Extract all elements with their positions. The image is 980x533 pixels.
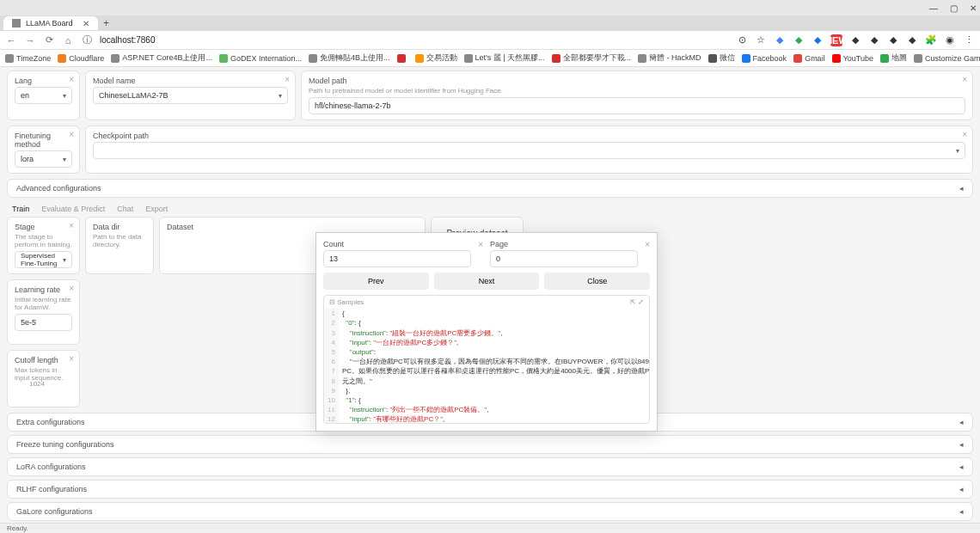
url-input[interactable]: localhost:7860	[100, 35, 729, 45]
ext-icon[interactable]: ◆	[906, 34, 918, 46]
page-label: Page	[490, 240, 638, 248]
data-dir-hint: Path to the data directory.	[93, 233, 146, 248]
bookmark[interactable]	[397, 54, 408, 63]
ext-icon[interactable]: ◆	[793, 34, 805, 46]
back-icon[interactable]: ←	[5, 34, 17, 46]
bookmark[interactable]: 簡體 - HackMD	[638, 52, 701, 64]
favicon	[12, 19, 21, 28]
bookmark[interactable]: 交易活動	[415, 52, 457, 64]
cutoff-card: × Cutoff length Max tokens in input sequ…	[7, 350, 80, 407]
finetune-card: × Finetuning method lora▾	[7, 126, 80, 174]
model-name-card: × Model name ChineseLLaMA2-7B▾	[85, 70, 296, 120]
collapse-icon[interactable]: ×	[69, 284, 74, 293]
stage-select[interactable]: Supervised Fine-Tuning▾	[15, 251, 72, 268]
bookmark[interactable]: 微信	[708, 52, 735, 64]
reload-icon[interactable]: ⟳	[43, 34, 55, 46]
collapse-icon[interactable]: ×	[69, 221, 74, 230]
json-code[interactable]: { "0": { "instruction": "組裝一台好的遊戲PC需要多少錢…	[339, 309, 650, 424]
collapse-icon[interactable]: ×	[285, 75, 290, 84]
address-bar: ← → ⟳ ⌂ ⓘ localhost:7860 ⊙ ☆ ◆ ◆ ◆ NEW ◆…	[0, 31, 980, 50]
menu-icon[interactable]: ⋮	[963, 34, 975, 46]
tab-chat[interactable]: Chat	[117, 205, 133, 213]
tab-train[interactable]: Train	[12, 205, 29, 213]
ext-icon[interactable]: ◆	[849, 34, 861, 46]
star-icon[interactable]: ☆	[755, 34, 767, 46]
browser-tabstrip: LLaMA Board ✕ +	[0, 15, 980, 31]
lang-card: × Lang en▾	[7, 70, 80, 120]
lr-hint: Initial learning rate for AdamW.	[15, 296, 72, 311]
close-icon[interactable]: ✕	[970, 3, 977, 13]
bookmark[interactable]: Customize Gamer I...	[914, 54, 980, 63]
checkpoint-select[interactable]: ▾	[93, 142, 965, 159]
ext-icon[interactable]: ◆	[812, 34, 824, 46]
close-button[interactable]: Close	[544, 273, 650, 290]
advanced-accordion[interactable]: Advanced configurations◂	[7, 179, 973, 198]
search-icon[interactable]: ⊙	[736, 34, 748, 46]
prev-button[interactable]: Prev	[323, 273, 429, 290]
next-button[interactable]: Next	[434, 273, 540, 290]
collapse-icon[interactable]: ×	[962, 130, 967, 139]
collapse-icon[interactable]: ×	[69, 130, 74, 139]
puzzle-icon[interactable]: 🧩	[925, 34, 937, 46]
rlhf-accordion[interactable]: RLHF configurations◂	[7, 480, 973, 499]
finetune-select[interactable]: lora▾	[15, 150, 72, 168]
count-input[interactable]: 13	[323, 250, 471, 267]
toolbar-icons: ⊙ ☆ ◆ ◆ ◆ NEW ◆ ◆ ◆ ◆ 🧩 ◉ ⋮	[736, 34, 975, 46]
cutoff-label: Cutoff length	[15, 356, 72, 365]
page-input[interactable]: 0	[490, 250, 638, 267]
model-name-select[interactable]: ChineseLLaMA2-7B▾	[93, 87, 288, 104]
lr-label: Learning rate	[15, 285, 72, 294]
bookmark[interactable]: Gmail	[793, 54, 825, 63]
collapse-icon[interactable]: ×	[645, 240, 650, 249]
lr-input[interactable]: 5e-5	[15, 314, 72, 331]
preview-modal: Count 13 × Page 0 × Prev Next Close ⊟ Sa…	[315, 232, 658, 432]
data-dir-card: Data dir Path to the data directory.	[85, 217, 154, 274]
model-path-hint: Path to pretrained model or model identi…	[309, 87, 965, 95]
cutoff-value-chip: 1024	[29, 380, 45, 388]
bookmark[interactable]: Facebook	[742, 54, 787, 63]
collapse-icon[interactable]: ×	[478, 240, 483, 249]
tab-export[interactable]: Export	[145, 205, 168, 213]
bookmark[interactable]: TimeZone	[5, 54, 51, 63]
galore-accordion[interactable]: GaLore configurations◂	[7, 502, 973, 521]
bookmark[interactable]: ASP.NET Core4B上使用...	[111, 52, 212, 64]
line-gutter: 123456789101112	[324, 309, 339, 424]
collapse-icon[interactable]: ×	[69, 354, 74, 364]
forward-icon[interactable]: →	[24, 34, 36, 46]
ext-icon[interactable]: ◆	[868, 34, 880, 46]
lang-label: Lang	[15, 77, 72, 85]
minimize-icon[interactable]: —	[929, 3, 938, 13]
profile-icon[interactable]: ◉	[944, 34, 956, 46]
new-badge: NEW	[830, 34, 842, 46]
ext-icon[interactable]: ◆	[774, 34, 786, 46]
collapse-icon[interactable]: ×	[69, 75, 74, 84]
browser-tab[interactable]: LLaMA Board ✕	[3, 16, 98, 30]
ext-icon[interactable]: ◆	[887, 34, 899, 46]
samples-viewer: ⊟ Samples⇱ ⤢ 123456789101112 { "0": { "i…	[323, 295, 650, 424]
maximize-icon[interactable]: ▢	[950, 3, 958, 13]
bookmark[interactable]: Let's 麗 | 天然黑膠...	[464, 52, 545, 64]
model-path-input[interactable]: hfl/chinese-llama-2-7b	[309, 97, 965, 114]
data-dir-label: Data dir	[93, 223, 146, 231]
bookmark[interactable]: Cloudflare	[58, 54, 104, 63]
bookmark[interactable]: YouTube	[832, 54, 873, 63]
bookmark[interactable]: 地圖	[880, 52, 907, 64]
new-tab-icon[interactable]: +	[103, 17, 109, 29]
home-icon[interactable]: ⌂	[62, 34, 74, 46]
dataset-label: Dataset	[167, 223, 418, 231]
finetune-label: Finetuning method	[15, 132, 72, 149]
tab-close-icon[interactable]: ✕	[83, 19, 89, 28]
bookmark[interactable]: GoDEX Internation...	[219, 54, 302, 63]
stage-label: Stage	[15, 223, 72, 231]
lr-card: × Learning rate Initial learning rate fo…	[7, 279, 80, 345]
freeze-accordion[interactable]: Freeze tuning configurations◂	[7, 435, 973, 454]
checkpoint-card: × Checkpoint path ▾	[85, 126, 973, 174]
tab-evaluate[interactable]: Evaluate & Predict	[41, 205, 105, 213]
lora-accordion[interactable]: LoRA configurations◂	[7, 457, 973, 476]
collapse-icon[interactable]: ×	[962, 75, 967, 84]
status-bar: Ready.	[0, 523, 980, 533]
bookmark[interactable]: 全部都要學才下載...	[552, 52, 632, 64]
info-icon: ⓘ	[81, 34, 93, 46]
bookmark[interactable]: 免佣轉貼4B上使用...	[309, 52, 390, 64]
lang-select[interactable]: en▾	[15, 87, 72, 104]
